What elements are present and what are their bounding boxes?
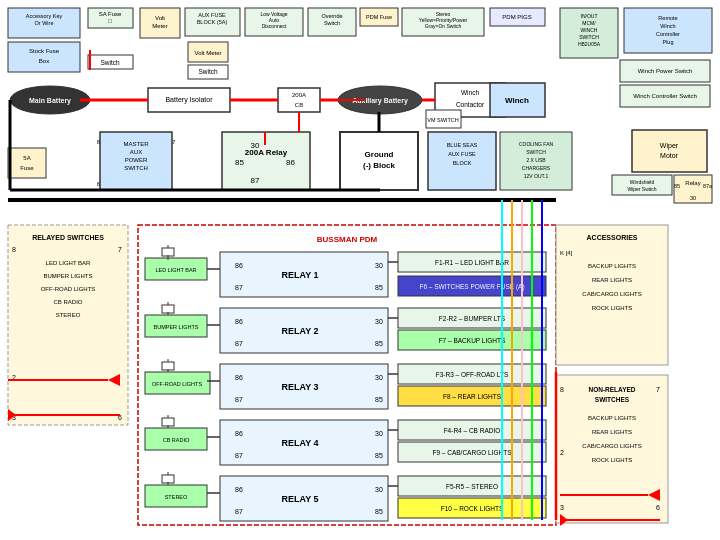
svg-text:85: 85	[375, 340, 383, 347]
svg-text:5A: 5A	[23, 155, 30, 161]
svg-text:F2-R2 – BUMPER LTS: F2-R2 – BUMPER LTS	[439, 315, 506, 322]
wiring-diagram: Accessory Key Or Wire SA Fuse □ Stock Fu…	[0, 0, 720, 540]
svg-text:F10 – ROCK LIGHTS: F10 – ROCK LIGHTS	[441, 505, 504, 512]
svg-text:BUMPER LIGHTS: BUMPER LIGHTS	[43, 273, 92, 279]
svg-text:Gray=On Switch: Gray=On Switch	[425, 23, 462, 29]
svg-text:30: 30	[375, 486, 383, 493]
svg-text:200A: 200A	[292, 92, 306, 98]
svg-text:85: 85	[674, 183, 680, 189]
svg-text:12V OUT.1: 12V OUT.1	[524, 173, 549, 179]
svg-text:Switch: Switch	[324, 20, 340, 26]
svg-text:Switch: Switch	[100, 59, 120, 66]
svg-text:RELAY 1: RELAY 1	[281, 270, 318, 280]
svg-text:87: 87	[235, 284, 243, 291]
svg-text:7: 7	[118, 246, 122, 253]
svg-text:Remote: Remote	[658, 15, 677, 21]
svg-text:Disconnect: Disconnect	[262, 23, 287, 29]
svg-text:OFF-ROAD LIGHTS: OFF-ROAD LIGHTS	[41, 286, 96, 292]
svg-text:30: 30	[375, 262, 383, 269]
svg-text:K [4]: K [4]	[560, 250, 573, 256]
svg-text:SWITCHES: SWITCHES	[595, 396, 630, 403]
svg-text:2 X USB: 2 X USB	[526, 157, 546, 163]
svg-text:Windshield: Windshield	[630, 179, 655, 185]
svg-text:Winch Power Switch: Winch Power Switch	[638, 68, 693, 74]
svg-text:Winch Controller Switch: Winch Controller Switch	[633, 93, 697, 99]
svg-text:MCM/: MCM/	[582, 20, 596, 26]
svg-text:Fuse: Fuse	[20, 165, 34, 171]
svg-text:RELAY 2: RELAY 2	[281, 326, 318, 336]
svg-text:F8 – REAR LIGHTS: F8 – REAR LIGHTS	[443, 393, 502, 400]
svg-text:POWER: POWER	[125, 157, 148, 163]
svg-text:Plug: Plug	[662, 39, 673, 45]
svg-text:87: 87	[235, 340, 243, 347]
svg-text:86: 86	[235, 430, 243, 437]
svg-text:86: 86	[235, 486, 243, 493]
svg-text:86: 86	[235, 262, 243, 269]
svg-text:200A Relay: 200A Relay	[245, 148, 288, 157]
svg-text:RELAYED SWITCHES: RELAYED SWITCHES	[32, 234, 104, 241]
svg-rect-109	[8, 225, 128, 425]
svg-text:CAB/CARGO LIGHTS: CAB/CARGO LIGHTS	[582, 291, 641, 297]
svg-text:COOLING FAN: COOLING FAN	[519, 141, 554, 147]
svg-text:85: 85	[375, 508, 383, 515]
svg-text:AUX: AUX	[130, 149, 142, 155]
svg-text:F1-R1 – LED LIGHT BAR: F1-R1 – LED LIGHT BAR	[435, 259, 509, 266]
svg-text:87: 87	[235, 396, 243, 403]
svg-text:Or Wire: Or Wire	[35, 20, 54, 26]
svg-text:□: □	[108, 18, 112, 24]
svg-text:87a: 87a	[703, 183, 713, 189]
svg-text:REAR LIGHTS: REAR LIGHTS	[592, 277, 632, 283]
svg-text:85: 85	[235, 158, 244, 167]
svg-text:Wiper Switch: Wiper Switch	[627, 186, 656, 192]
svg-text:Winch: Winch	[505, 96, 529, 105]
svg-text:RELAY 3: RELAY 3	[281, 382, 318, 392]
svg-text:30: 30	[375, 430, 383, 437]
svg-text:F4-R4 – CB RADIO: F4-R4 – CB RADIO	[444, 427, 501, 434]
svg-text:Ground: Ground	[365, 150, 394, 159]
svg-text:BLUE SEAS: BLUE SEAS	[447, 142, 478, 148]
svg-text:BUMPER LIGHTS: BUMPER LIGHTS	[154, 324, 199, 330]
svg-text:BUSSMAN PDM: BUSSMAN PDM	[317, 235, 378, 244]
svg-text:BACKUP LIGHTS: BACKUP LIGHTS	[588, 415, 636, 421]
svg-text:RELAY 5: RELAY 5	[281, 494, 318, 504]
svg-text:Contactor: Contactor	[456, 101, 485, 108]
svg-text:Switch: Switch	[198, 68, 218, 75]
svg-text:CB RADIO: CB RADIO	[53, 299, 82, 305]
svg-text:86: 86	[286, 158, 295, 167]
svg-text:F7 – BACKUP LIGHTS: F7 – BACKUP LIGHTS	[439, 337, 506, 344]
svg-text:IN/OUT: IN/OUT	[581, 13, 598, 19]
svg-text:8: 8	[12, 246, 16, 253]
svg-text:BLOCK: BLOCK	[453, 160, 472, 166]
svg-text:ROCK LIGHTS: ROCK LIGHTS	[592, 305, 633, 311]
svg-text:86: 86	[235, 318, 243, 325]
svg-text:8: 8	[560, 386, 564, 393]
svg-text:Motor: Motor	[660, 152, 679, 159]
svg-text:NON-RELAYED: NON-RELAYED	[588, 386, 635, 393]
svg-text:ROCK LIGHTS: ROCK LIGHTS	[592, 457, 633, 463]
svg-text:OFF-ROAD LIGHTS: OFF-ROAD LIGHTS	[152, 381, 202, 387]
svg-text:7: 7	[656, 386, 660, 393]
svg-text:SWITCH: SWITCH	[579, 34, 599, 40]
svg-text:Winch: Winch	[660, 23, 675, 29]
svg-text:F6 – SWITCHES POWER FUSE (A): F6 – SWITCHES POWER FUSE (A)	[419, 283, 524, 291]
svg-text:Volt: Volt	[155, 15, 165, 21]
svg-text:VM SWITCH: VM SWITCH	[427, 117, 458, 123]
svg-text:PDM PIGS: PDM PIGS	[502, 14, 531, 20]
svg-text:85: 85	[375, 284, 383, 291]
svg-text:WINCH: WINCH	[581, 27, 598, 33]
svg-text:PDM Fuse: PDM Fuse	[366, 14, 392, 20]
svg-text:Wiper: Wiper	[660, 142, 679, 150]
svg-text:BACKUP LIGHTS: BACKUP LIGHTS	[588, 263, 636, 269]
svg-text:3: 3	[560, 504, 564, 511]
svg-text:30: 30	[375, 374, 383, 381]
svg-text:(-) Block: (-) Block	[363, 161, 396, 170]
svg-text:RELAY 4: RELAY 4	[281, 438, 318, 448]
svg-text:Box: Box	[39, 58, 49, 64]
svg-text:Winch: Winch	[461, 89, 479, 96]
svg-rect-101	[612, 175, 672, 195]
svg-text:86: 86	[235, 374, 243, 381]
svg-rect-7	[8, 42, 80, 72]
svg-text:AUX FUSE: AUX FUSE	[198, 12, 226, 18]
svg-text:87: 87	[251, 176, 260, 185]
svg-text:REAR LIGHTS: REAR LIGHTS	[592, 429, 632, 435]
